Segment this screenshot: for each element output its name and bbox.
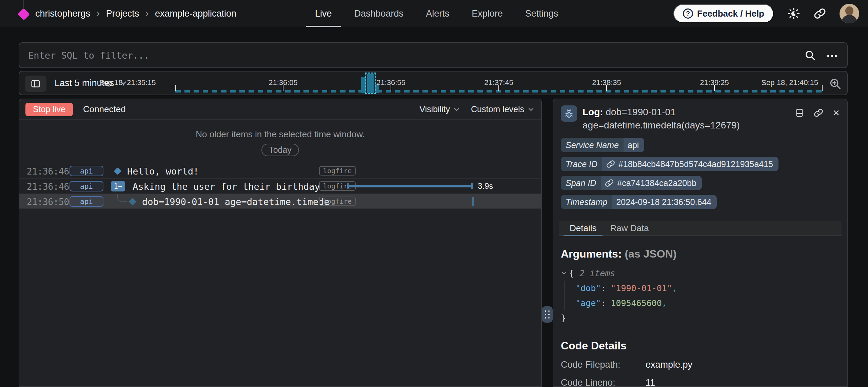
question-circle-icon: ? xyxy=(683,8,693,19)
log-message: Hello, world! xyxy=(127,166,199,177)
timestamp-badge[interactable]: Timestamp 2024-09-18 21:36:50.644 xyxy=(561,195,717,209)
breadcrumb-account[interactable]: christophergs xyxy=(35,8,90,19)
copy-link-icon[interactable] xyxy=(814,108,823,132)
badge-label: Trace ID xyxy=(561,157,602,171)
service-badge[interactable]: api xyxy=(70,166,103,176)
service-name-badge[interactable]: Service Name api xyxy=(561,138,644,152)
detail-badges: Service Name api Trace ID #18b84cb4847b5… xyxy=(553,135,847,209)
trace-id-value: #18b84cb4847b5d574c4ad9121935a415 xyxy=(618,159,773,169)
feedback-help-button[interactable]: ? Feedback / Help xyxy=(673,4,774,23)
avatar-torso xyxy=(842,15,857,23)
arguments-heading: Arguments: (as JSON) xyxy=(561,248,840,260)
custom-levels-dropdown[interactable]: Custom levels xyxy=(471,104,535,114)
nav-tab-explore[interactable]: Explore xyxy=(463,0,512,27)
badge-value: 2024-09-18 21:36:50.644 xyxy=(612,195,717,209)
share-link-icon[interactable] xyxy=(814,7,826,20)
service-badge[interactable]: api xyxy=(70,196,103,207)
nav-tab-dashboards[interactable]: Dashboards xyxy=(346,0,413,27)
sql-filter-input[interactable] xyxy=(28,50,804,61)
span-id-value: #ca741384ca2a20bb xyxy=(617,178,696,188)
bug-icon xyxy=(561,105,577,122)
search-icon[interactable] xyxy=(804,49,816,61)
badge-value: #ca741384ca2a20bb xyxy=(601,176,702,190)
time-range-bar: Last 5 minutes Sep 18, 21:35:15 21:36:05… xyxy=(19,71,848,95)
arguments-heading-suffix: (as JSON) xyxy=(625,248,676,260)
code-lineno-value: 11 xyxy=(646,378,655,387)
log-row-selected[interactable]: 21:36:50 api dob=1990-01-01 age=datetime… xyxy=(19,194,541,209)
logfire-tag[interactable]: logfire xyxy=(319,166,356,176)
log-time: 21:36:46 xyxy=(27,182,69,192)
visibility-dropdown[interactable]: Visibility xyxy=(419,104,461,114)
visibility-label: Visibility xyxy=(419,104,450,114)
collapse-toggle[interactable]: 1− xyxy=(111,181,125,191)
nav-tab-alerts[interactable]: Alerts xyxy=(417,0,458,27)
link-circle-icon xyxy=(605,179,614,187)
timeline-tick-label: 21:36:05 xyxy=(269,78,298,87)
breadcrumb: christophergs › Projects › example-appli… xyxy=(35,0,236,27)
chevron-right-icon: › xyxy=(145,7,149,20)
json-number-value: 1095465600 xyxy=(611,298,662,308)
close-icon[interactable]: × xyxy=(833,108,840,132)
code-details-section: Code Details Code Filepath: example.py C… xyxy=(553,325,847,387)
json-comma: , xyxy=(672,283,677,293)
timeline-tick-label: 21:37:45 xyxy=(484,78,513,87)
log-diamond-icon xyxy=(129,198,137,206)
logfire-tag[interactable]: logfire xyxy=(319,197,356,206)
detail-tabs: Details Raw Data xyxy=(559,221,842,236)
log-diamond-icon xyxy=(114,167,122,175)
breadcrumb-projects[interactable]: Projects xyxy=(106,8,139,19)
log-time: 21:36:46 xyxy=(27,166,69,177)
json-items-note: 2 items xyxy=(579,268,615,278)
logfire-logo-icon[interactable] xyxy=(18,8,30,21)
log-row[interactable]: 21:36:46 api Hello, world! logfire xyxy=(19,163,541,178)
stop-live-button[interactable]: Stop live xyxy=(25,103,73,116)
logo-stem xyxy=(23,0,24,9)
today-button[interactable]: Today xyxy=(261,144,299,156)
sidebar-toggle-button[interactable] xyxy=(25,76,46,92)
timeline-tick-label: 21:38:35 xyxy=(592,78,621,87)
badge-label: Span ID xyxy=(561,176,601,190)
json-open-brace: { xyxy=(569,268,574,278)
tab-raw-data[interactable]: Raw Data xyxy=(603,221,655,236)
more-options-icon[interactable]: … xyxy=(826,49,838,61)
custom-levels-label: Custom levels xyxy=(471,104,524,114)
code-lineno-label: Code Lineno: xyxy=(561,378,646,387)
nav-tab-live[interactable]: Live xyxy=(306,0,341,27)
json-viewer: { 2 items "dob":"1990-01-01", "age":1095… xyxy=(561,266,840,325)
span-id-badge[interactable]: Span ID #ca741384ca2a20bb xyxy=(561,176,702,190)
nav-tab-settings[interactable]: Settings xyxy=(516,0,567,27)
json-comma: , xyxy=(662,298,667,308)
breadcrumb-project-name[interactable]: example-application xyxy=(155,8,236,19)
timeline-tickmark xyxy=(822,85,823,91)
live-stream-panel: Stop live Connected Visibility Custom le… xyxy=(19,99,542,387)
chevron-down-icon xyxy=(527,105,535,114)
detail-header: Log: dob=1990-01-01 age=datetime.timedel… xyxy=(553,99,847,135)
connection-status: Connected xyxy=(83,104,126,115)
log-row[interactable]: 21:36:46 api 1− Asking the user for thei… xyxy=(19,178,541,194)
code-details-heading: Code Details xyxy=(561,340,840,352)
tab-details[interactable]: Details xyxy=(563,221,603,236)
link-circle-icon xyxy=(606,160,615,168)
json-colon: : xyxy=(601,283,606,293)
detail-kind: Log: xyxy=(583,107,603,117)
expand-chevron-icon[interactable] xyxy=(561,270,567,276)
service-badge[interactable]: api xyxy=(70,181,103,191)
log-message: dob=1990-01-01 age=datetime.timede xyxy=(142,197,330,207)
code-filepath-value: example.py xyxy=(646,360,692,370)
split-panel-icon[interactable] xyxy=(795,108,804,132)
arguments-section: Arguments: (as JSON) { 2 items "dob":"19… xyxy=(553,236,847,325)
detail-actions: × xyxy=(795,105,840,132)
log-timeline-tick xyxy=(472,197,474,206)
stream-header: Stop live Connected Visibility Custom le… xyxy=(19,99,541,120)
badge-value: api xyxy=(624,138,644,152)
panel-resize-handle[interactable] xyxy=(542,306,553,323)
zoom-in-icon[interactable] xyxy=(829,77,842,90)
theme-toggle-icon[interactable] xyxy=(787,7,800,20)
timeline-tick-label: Sep 18, 21:35:15 xyxy=(99,78,156,87)
timeline-selection-brush[interactable] xyxy=(365,73,376,94)
trace-id-badge[interactable]: Trace ID #18b84cb4847b5d574c4ad9121935a4… xyxy=(561,157,778,171)
user-avatar[interactable] xyxy=(840,4,859,23)
json-key: "age" xyxy=(575,298,601,308)
code-filepath-label: Code Filepath: xyxy=(561,360,646,370)
nav-right: ? Feedback / Help xyxy=(673,0,859,27)
